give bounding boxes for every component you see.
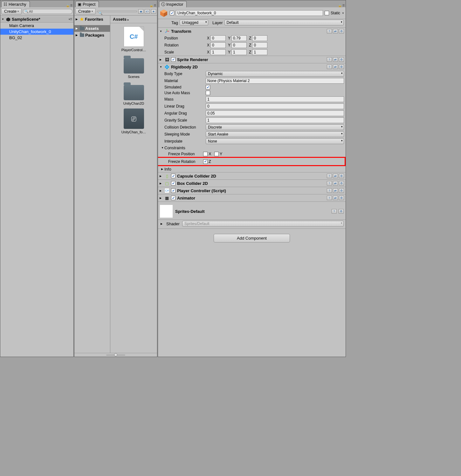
active-checkbox[interactable] (170, 11, 174, 15)
panel-menu-icon[interactable]: ☰ (342, 4, 345, 7)
folder-row[interactable]: ▶ Assets (74, 25, 110, 32)
expand-icon[interactable]: ▶ (76, 27, 79, 30)
object-name-input[interactable] (176, 10, 323, 16)
preset-icon[interactable]: ⇄ (333, 65, 338, 69)
hierarchy-item[interactable]: BG_02 (0, 35, 73, 41)
freeze-y-checkbox[interactable] (214, 152, 219, 156)
simulated-checkbox[interactable] (206, 85, 210, 89)
panel-menu-icon[interactable]: ☰ (70, 4, 72, 7)
asset-item[interactable]: ⎚ UnityChan_fo… (120, 108, 148, 134)
hierarchy-item[interactable]: Main Camera (0, 23, 73, 29)
interpolate-dropdown[interactable]: None (206, 138, 344, 144)
gear-icon[interactable]: ⚙ (339, 29, 344, 33)
hierarchy-search[interactable]: All (23, 9, 72, 14)
expand-icon[interactable]: ▶ (160, 182, 163, 185)
pos-x-input[interactable] (210, 35, 226, 41)
project-tab[interactable]: ▣ Project (75, 1, 99, 7)
create-button[interactable]: Create ▾ (1, 8, 22, 14)
rot-x-input[interactable] (210, 42, 226, 48)
inspector-tab[interactable]: ⓘ Inspector (159, 1, 187, 7)
expand-icon[interactable]: ▶ (76, 34, 79, 37)
gear-icon[interactable]: ⚙ (339, 181, 344, 186)
help-icon[interactable]: ? (327, 57, 332, 62)
expand-icon[interactable]: ▼ (161, 146, 164, 149)
gear-icon[interactable]: ⚙ (339, 57, 344, 62)
expand-icon[interactable]: ▶ (160, 189, 163, 192)
expand-icon[interactable]: ▼ (160, 66, 163, 68)
help-icon[interactable]: ? (327, 181, 332, 186)
mass-input[interactable] (206, 96, 344, 102)
project-search[interactable] (97, 11, 137, 12)
help-icon[interactable]: ? (332, 209, 337, 214)
linear-drag-input[interactable] (206, 103, 344, 109)
folder-row[interactable]: ▶ Packages (74, 32, 110, 38)
thumbnail-size-slider[interactable] (74, 353, 157, 357)
sleep-dropdown[interactable]: Start Awake (206, 131, 344, 137)
body-type-dropdown[interactable]: Dynamic (206, 71, 344, 77)
angular-drag-input[interactable] (206, 110, 344, 116)
expand-icon[interactable]: ▶ (160, 58, 163, 61)
preset-icon[interactable]: ⇄ (333, 174, 338, 178)
tag-dropdown[interactable]: Untagged (180, 20, 208, 25)
gear-icon[interactable]: ⚙ (339, 174, 344, 178)
help-icon[interactable]: ? (327, 174, 332, 178)
scene-row[interactable]: ▼ SampleScene* ▾☰ (0, 16, 73, 23)
pos-y-input[interactable] (231, 35, 247, 41)
expand-icon[interactable]: ▶ (161, 168, 164, 171)
shader-dropdown[interactable]: Sprites/Default (182, 221, 344, 227)
preset-icon[interactable]: ⇄ (333, 188, 338, 193)
help-icon[interactable]: ? (327, 196, 332, 200)
scale-x-input[interactable] (210, 49, 226, 55)
lock-icon[interactable]: 🔒 (66, 4, 70, 7)
lock-icon[interactable]: 🔒 (149, 4, 153, 7)
gear-icon[interactable]: ⚙ (339, 196, 344, 200)
help-icon[interactable]: ? (327, 188, 332, 193)
static-dropdown-icon[interactable]: ▼ (342, 12, 344, 15)
hierarchy-tab[interactable]: ☷ Hierarchy (1, 1, 30, 7)
component-enable-checkbox[interactable] (171, 188, 175, 193)
component-enable-checkbox[interactable] (171, 181, 175, 186)
layer-dropdown[interactable]: Default (224, 20, 344, 25)
rot-z-input[interactable] (252, 42, 267, 48)
component-enable-checkbox[interactable] (171, 196, 175, 200)
scale-z-input[interactable] (252, 49, 267, 55)
freeze-x-checkbox[interactable] (203, 152, 208, 156)
breadcrumb[interactable]: Assets▸ (110, 16, 157, 23)
gear-icon[interactable]: ⚙ (339, 209, 344, 214)
gear-icon[interactable]: ⚙ (339, 188, 344, 193)
asset-item[interactable]: Scenes (120, 55, 148, 79)
favorites-row[interactable]: ▶ ★ Favorites (74, 16, 110, 23)
lock-icon[interactable]: 🔒 (338, 4, 342, 7)
collision-dropdown[interactable]: Discrete (206, 124, 344, 130)
add-component-button[interactable]: Add Component (214, 234, 290, 242)
expand-icon[interactable]: ▶ (161, 222, 164, 225)
expand-icon[interactable]: ▶ (160, 197, 163, 200)
scale-y-input[interactable] (231, 49, 247, 55)
asset-item[interactable]: C# PlayerControl… (120, 26, 148, 52)
expand-icon[interactable]: ▶ (76, 18, 79, 21)
gravity-input[interactable] (206, 117, 344, 123)
filter-icon[interactable]: ◆ (138, 9, 143, 14)
expand-icon[interactable]: ▼ (2, 18, 5, 21)
component-enable-checkbox[interactable] (171, 57, 175, 62)
favorite-icon[interactable]: ★ (151, 9, 156, 14)
material-field[interactable] (206, 78, 344, 84)
create-button[interactable]: Create ▾ (75, 8, 96, 14)
static-checkbox[interactable] (325, 11, 329, 15)
expand-icon[interactable]: ▼ (160, 30, 163, 33)
help-icon[interactable]: ? (327, 65, 332, 69)
help-icon[interactable]: ? (327, 29, 332, 33)
auto-mass-checkbox[interactable] (206, 91, 210, 95)
scene-menu-icon[interactable]: ▾☰ (69, 18, 72, 21)
hierarchy-item[interactable]: UnityChan_footwork_0 (0, 29, 73, 35)
preset-icon[interactable]: ⇄ (333, 57, 338, 62)
rot-y-input[interactable] (231, 42, 247, 48)
label-icon[interactable]: 🏷 (145, 9, 150, 14)
panel-menu-icon[interactable]: ☰ (154, 4, 156, 7)
preset-icon[interactable]: ⇄ (333, 196, 338, 200)
component-enable-checkbox[interactable] (171, 174, 175, 178)
expand-icon[interactable]: ▶ (160, 175, 163, 178)
pos-z-input[interactable] (252, 35, 267, 41)
material-swatch[interactable] (160, 205, 173, 218)
gear-icon[interactable]: ⚙ (339, 65, 344, 69)
